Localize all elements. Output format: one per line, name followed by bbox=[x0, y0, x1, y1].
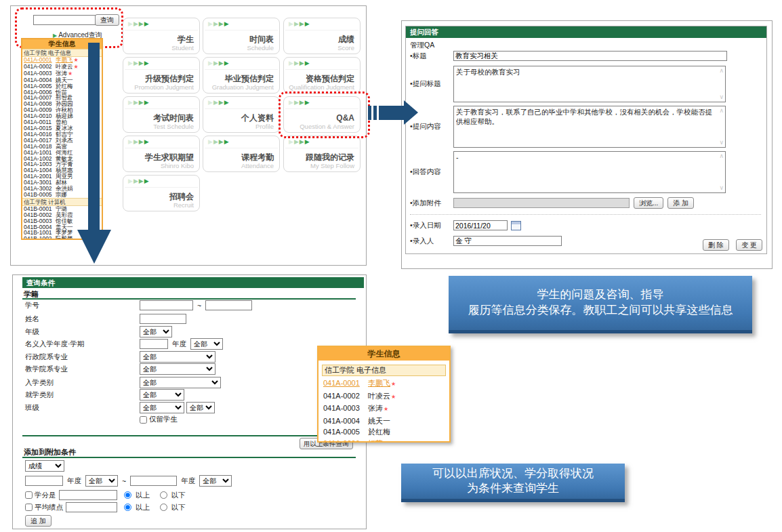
admission-type-select[interactable]: 全部 bbox=[140, 377, 221, 388]
tile-label-en: Schedule bbox=[247, 44, 274, 52]
tile-test-schedule[interactable]: ▶▶▶▶考试时间表Test Schedule bbox=[123, 96, 200, 133]
entry-date-input[interactable] bbox=[453, 220, 508, 230]
delete-button[interactable]: 删 除 bbox=[703, 239, 729, 251]
term-to-select[interactable]: 全部 bbox=[199, 475, 232, 487]
star-icon: ★ bbox=[74, 57, 79, 63]
green-arrows-icon: ▶▶▶▶ bbox=[289, 138, 310, 145]
tile-schedule[interactable]: ▶▶▶▶时间表Schedule bbox=[203, 18, 280, 54]
answer-content-textarea[interactable]: - ∧ ∨ bbox=[453, 151, 726, 193]
entry-person-input[interactable] bbox=[453, 236, 562, 246]
teach-dept-select[interactable]: 全部 bbox=[140, 363, 215, 375]
year-from-input[interactable] bbox=[25, 476, 63, 486]
tile-shinro-kibo[interactable]: ▶▶▶▶学生求职期望Shinro Kibo bbox=[123, 136, 200, 172]
star-icon: ★ bbox=[384, 406, 388, 412]
study-type-label: 就学类别 bbox=[25, 390, 140, 400]
study-type-select[interactable]: 全部 bbox=[140, 389, 184, 401]
student-row[interactable]: 041A-0001李鹏飞★ bbox=[322, 377, 446, 390]
year-to-input[interactable] bbox=[130, 476, 177, 486]
class-select-2[interactable]: 全部 bbox=[186, 402, 215, 413]
tile-score[interactable]: ▶▶▶▶成绩Score bbox=[283, 18, 361, 54]
calendar-icon[interactable] bbox=[511, 221, 521, 230]
qa-highlight-box bbox=[279, 91, 370, 138]
append-condition-button[interactable]: 追 加 bbox=[25, 515, 52, 527]
teach-dept-label: 教学院系专业 bbox=[25, 365, 140, 374]
tile-label-zh: 成绩 bbox=[337, 35, 354, 44]
tile-label-en: Graduation Judgment bbox=[212, 83, 274, 91]
search-button[interactable]: 查询 bbox=[95, 14, 119, 26]
scroll-up-icon[interactable]: ∧ bbox=[719, 68, 724, 74]
attachment-file-input[interactable] bbox=[453, 198, 630, 208]
tile-label-zh: 学生求职期望 bbox=[145, 153, 194, 162]
tile-label-en: Promotion Judgment bbox=[134, 83, 194, 91]
scroll-down-icon[interactable]: ∨ bbox=[719, 140, 724, 146]
tile-student[interactable]: ▶▶▶▶学生Student bbox=[123, 18, 200, 54]
credit-input[interactable] bbox=[59, 490, 117, 500]
tile-attendance[interactable]: ▶▶▶▶课程考勤Attendance bbox=[203, 136, 280, 172]
screen: 查询 ▶Advanced查询 学生信息 信工学院 电子信息041A-0001李鹏… bbox=[0, 0, 782, 532]
admin-dept-label: 行政院系专业 bbox=[25, 352, 140, 362]
gpa-label: 平均绩点 bbox=[35, 503, 63, 512]
flow-arrow-right-icon bbox=[368, 100, 419, 125]
gpa-above-radio[interactable] bbox=[124, 504, 131, 511]
gpa-input[interactable] bbox=[66, 502, 117, 512]
tile-label-zh: 升级预估判定 bbox=[134, 75, 194, 83]
tile-label-zh: 跟随我的记录 bbox=[306, 153, 354, 162]
scroll-up-icon[interactable]: ∧ bbox=[719, 108, 724, 114]
tile-graduation-judgment[interactable]: ▶▶▶▶毕业预估判定Graduation Judgment bbox=[203, 57, 280, 94]
admin-dept-select[interactable]: 全部 bbox=[140, 351, 215, 363]
green-arrows-icon: ▶▶▶▶ bbox=[208, 99, 230, 106]
student-row[interactable]: 041A-0006忻苗 bbox=[322, 438, 446, 443]
only-foreign-checkbox[interactable] bbox=[140, 416, 147, 424]
additional-conditions-title: 添加到附加条件 bbox=[24, 447, 76, 457]
credit-checkbox[interactable] bbox=[25, 491, 33, 499]
tile-label-en: Attendance bbox=[241, 162, 274, 169]
tile-recruit[interactable]: ▶▶▶▶招聘会Recruit bbox=[123, 175, 200, 211]
attachment-label: •添加附件 bbox=[410, 199, 453, 208]
question-content-textarea[interactable]: 关于教育实习，联系了自己的毕业中学和其他学校，没有相关的机会，学校能否提供相应帮… bbox=[453, 106, 726, 148]
condition-type-select[interactable]: 成绩 bbox=[25, 460, 64, 472]
grade-select[interactable]: 全部 bbox=[140, 326, 172, 337]
callout-query-note: 可以以出席状况、学分取得状况 为条件来查询学生 bbox=[401, 464, 625, 502]
green-arrows-icon: ▶▶▶▶ bbox=[289, 20, 310, 27]
student-row[interactable]: 041A-0004姚天一 bbox=[322, 415, 446, 427]
change-button[interactable]: 变 更 bbox=[736, 239, 762, 251]
scroll-down-icon[interactable]: ∨ bbox=[719, 94, 724, 100]
scroll-up-icon[interactable]: ∧ bbox=[719, 153, 724, 159]
tile-my-step-follow[interactable]: ▶▶▶▶跟随我的记录My Step Follow bbox=[283, 136, 361, 172]
tile-promotion-judgment[interactable]: ▶▶▶▶升级预估判定Promotion Judgment bbox=[123, 57, 200, 94]
student-no-from-input[interactable] bbox=[140, 300, 193, 310]
student-no-to-input[interactable] bbox=[205, 300, 252, 310]
tile-label-en: Profile bbox=[241, 123, 274, 130]
question-title-textarea[interactable]: 关于母校的教育实习 ∧ ∨ bbox=[453, 66, 726, 102]
name-input[interactable] bbox=[140, 314, 186, 324]
tile-label-en: Recruit bbox=[169, 201, 194, 209]
nominal-year-input[interactable] bbox=[140, 339, 168, 349]
search-input[interactable] bbox=[33, 15, 96, 25]
tile-profile[interactable]: ▶▶▶▶个人资料Profile bbox=[203, 96, 280, 133]
tile-label-en: Qualification Judgment bbox=[289, 83, 354, 91]
scroll-down-icon[interactable]: ∨ bbox=[719, 185, 724, 191]
qa-panel-title: 提问回答 bbox=[406, 26, 766, 38]
tile-label-zh: 考试时间表 bbox=[153, 114, 194, 123]
tile-label-zh: 学生 bbox=[171, 35, 194, 44]
gpa-checkbox[interactable] bbox=[25, 504, 33, 511]
qa-form: 提问回答 管理QA •标题 •提问标题 关于母校的教育实习 ∧ ∨ •提问内容 bbox=[405, 26, 767, 254]
nominal-term-select[interactable]: 全部 bbox=[190, 338, 223, 350]
term-from-select[interactable]: 全部 bbox=[85, 475, 118, 487]
popup-title: 学生信息 bbox=[318, 347, 449, 361]
gpa-below-radio[interactable] bbox=[160, 504, 167, 511]
manage-qa-label: 管理QA bbox=[410, 41, 434, 50]
attachment-add-button[interactable]: 添 加 bbox=[667, 197, 694, 209]
credit-below-radio[interactable] bbox=[160, 491, 167, 499]
green-arrows-icon: ▶▶▶▶ bbox=[128, 138, 150, 145]
student-row[interactable]: 041A-0005於红梅 bbox=[322, 426, 446, 438]
student-row[interactable]: 041A-0002叶凌云★ bbox=[322, 390, 446, 403]
tile-qualification-judgment[interactable]: ▶▶▶▶资格预估判定Qualification Judgment bbox=[283, 57, 361, 94]
class-select-1[interactable]: 全部 bbox=[140, 402, 184, 413]
credit-above-radio[interactable] bbox=[124, 491, 131, 499]
student-row[interactable]: 041A-0003张涛★ bbox=[322, 403, 446, 415]
tile-label-zh: 招聘会 bbox=[169, 192, 194, 201]
tile-label-en: Score bbox=[337, 44, 354, 52]
title-input[interactable] bbox=[453, 51, 727, 61]
browse-button[interactable]: 浏览... bbox=[634, 197, 663, 209]
